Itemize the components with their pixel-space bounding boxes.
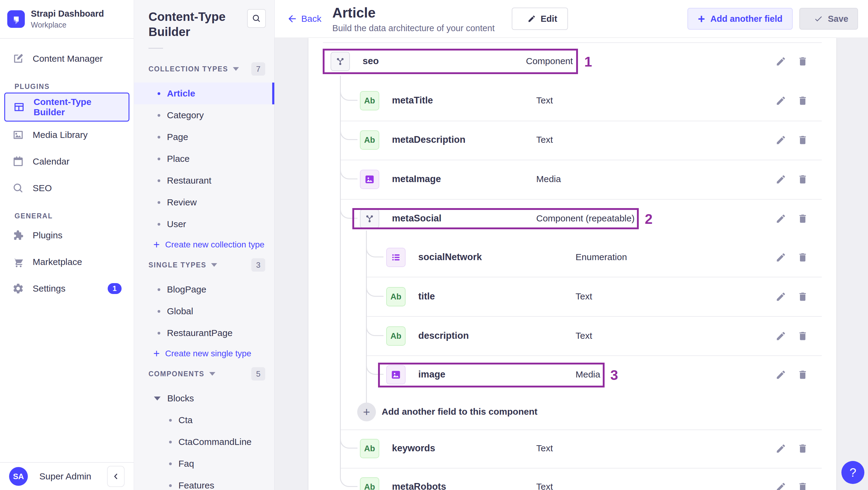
type-item-user[interactable]: User — [134, 213, 274, 235]
edit-field-button[interactable] — [775, 251, 789, 264]
edit-field-button[interactable] — [775, 442, 789, 455]
type-item-article[interactable]: Article — [134, 83, 274, 104]
delete-field-button[interactable] — [797, 251, 810, 264]
edit-field-button[interactable] — [775, 368, 789, 381]
type-item-label: Restaurant — [167, 176, 211, 186]
sidebar-item-calendar[interactable]: Calendar — [4, 148, 129, 175]
row-divider — [366, 277, 822, 277]
section-list-single-types: BlogPageGlobalRestaurantPage — [134, 279, 274, 344]
edit-field-button[interactable] — [775, 173, 789, 186]
bullet-icon — [169, 462, 172, 465]
edit-button[interactable]: Edit — [512, 7, 568, 30]
section-header-single-types[interactable]: SINGLE TYPES3 — [134, 258, 274, 272]
sidebar-item-content-type-builder[interactable]: Content-Type Builder — [4, 93, 129, 122]
sidebar-item-content-manager[interactable]: Content Manager — [4, 45, 129, 72]
field-name-description: description — [418, 330, 469, 341]
sidebar-item-marketplace[interactable]: Marketplace — [4, 249, 129, 275]
collapse-sidebar-button[interactable] — [107, 466, 125, 487]
component-item-features[interactable]: Features — [134, 474, 274, 490]
edit-field-button[interactable] — [775, 212, 789, 225]
search-button[interactable] — [247, 9, 266, 28]
type-item-review[interactable]: Review — [134, 191, 274, 213]
type-item-label: BlogPage — [167, 284, 206, 295]
bullet-icon — [158, 114, 160, 117]
type-item-restaurantpage[interactable]: RestaurantPage — [134, 322, 274, 344]
component-group-blocks[interactable]: Blocks — [134, 388, 274, 409]
component-item-faq[interactable]: Faq — [134, 453, 274, 474]
type-item-label: RestaurantPage — [167, 328, 232, 338]
field-name-metatitle: metaTitle — [392, 95, 433, 106]
component-item-cta[interactable]: Cta — [134, 409, 274, 431]
type-item-label: Global — [167, 306, 193, 316]
component-item-ctacommandline[interactable]: CtaCommandLine — [134, 431, 274, 453]
calendar-icon — [12, 155, 24, 167]
sidebar-item-seo[interactable]: SEO — [4, 175, 129, 202]
type-item-page[interactable]: Page — [134, 126, 274, 148]
edit-field-button[interactable] — [775, 133, 789, 147]
add-another-field-button[interactable]: + Add another field — [687, 8, 793, 30]
field-type: Text — [536, 95, 553, 105]
type-item-restaurant[interactable]: Restaurant — [134, 170, 274, 191]
edit-field-button[interactable] — [775, 55, 789, 68]
delete-field-button[interactable] — [797, 329, 810, 343]
type-item-label: User — [167, 219, 186, 229]
row-divider — [340, 468, 822, 468]
brand: Strapi Dashboard Workplace — [0, 0, 134, 39]
bullet-icon — [158, 136, 160, 139]
row-divider — [366, 316, 822, 317]
edit-field-button[interactable] — [775, 290, 789, 303]
strapi-logo-icon — [7, 10, 25, 28]
type-item-global[interactable]: Global — [134, 300, 274, 322]
type-item-label: Place — [167, 154, 190, 164]
count-badge: 7 — [251, 62, 265, 75]
bullet-icon — [158, 288, 160, 291]
gear-icon — [12, 282, 24, 295]
sidebar-item-media-library[interactable]: Media Library — [4, 122, 129, 148]
section-header-components[interactable]: COMPONENTS5 — [134, 367, 274, 381]
content-type-builder-sidebar: Content-Type Builder COLLECTION TYPES7Ar… — [134, 0, 275, 490]
type-item-blogpage[interactable]: BlogPage — [134, 279, 274, 300]
action-create-new-single-type[interactable]: +Create new single type — [134, 344, 274, 363]
sidebar-item-settings[interactable]: Settings1 — [4, 275, 129, 302]
strapi-app: Strapi Dashboard Workplace Content Manag… — [0, 0, 868, 490]
workspace-name: Workplace — [31, 21, 104, 29]
section-title: SINGLE TYPES — [149, 261, 206, 269]
field-type: Text — [536, 443, 553, 453]
main-sidebar: Strapi Dashboard Workplace Content Manag… — [0, 0, 134, 490]
delete-field-button[interactable] — [797, 442, 810, 455]
sidebar-item-plugins[interactable]: Plugins — [4, 222, 129, 249]
section-header-collection-types[interactable]: COLLECTION TYPES7 — [134, 62, 274, 76]
delete-field-button[interactable] — [797, 94, 810, 108]
edit-field-button[interactable] — [775, 329, 789, 343]
add-field-to-component-label[interactable]: Add another field to this component — [382, 406, 537, 417]
nav-list: Content ManagerPLUGINSContent-Type Build… — [0, 39, 134, 302]
type-item-place[interactable]: Place — [134, 148, 274, 170]
avatar[interactable]: SA — [9, 467, 28, 486]
chevron-down-icon — [209, 372, 215, 376]
type-item-category[interactable]: Category — [134, 104, 274, 126]
add-field-label: Add another field — [710, 14, 782, 24]
delete-field-button[interactable] — [797, 133, 810, 147]
edit-field-button[interactable] — [775, 480, 789, 490]
annotation-box-1 — [323, 49, 578, 74]
action-create-new-collection-type[interactable]: +Create new collection type — [134, 235, 274, 254]
tree-line — [366, 231, 367, 403]
annotation-number-3: 3 — [610, 367, 618, 383]
delete-field-button[interactable] — [797, 290, 810, 303]
delete-field-button[interactable] — [797, 480, 810, 490]
delete-field-button[interactable] — [797, 212, 810, 225]
search-icon — [252, 13, 261, 23]
save-button[interactable]: Save — [799, 8, 858, 30]
delete-field-button[interactable] — [797, 173, 810, 186]
delete-field-button[interactable] — [797, 55, 810, 68]
add-field-to-component-button[interactable]: + — [357, 403, 376, 421]
plus-icon: + — [153, 238, 160, 251]
help-button[interactable]: ? — [841, 461, 864, 484]
back-link[interactable]: Back — [287, 13, 321, 24]
nav-section-title-general: GENERAL — [14, 210, 134, 222]
delete-field-button[interactable] — [797, 368, 810, 381]
bullet-icon — [169, 441, 172, 443]
edit-field-button[interactable] — [775, 94, 789, 108]
search-icon — [12, 182, 24, 194]
app-title: Strapi Dashboard — [31, 9, 104, 19]
